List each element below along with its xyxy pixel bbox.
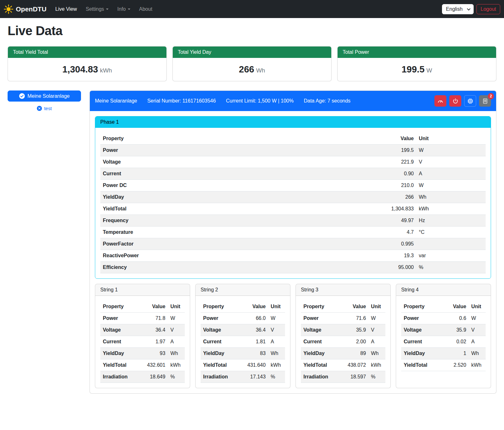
power-control-button[interactable] xyxy=(449,95,461,107)
table-row: Irradiation18.649% xyxy=(100,371,185,383)
logout-button[interactable]: Logout xyxy=(476,4,500,14)
property-cell: Efficiency xyxy=(100,262,358,273)
unit-cell: Wh xyxy=(416,191,486,203)
column-header-unit: Unit xyxy=(416,133,486,145)
limit-settings-button[interactable] xyxy=(434,95,446,107)
property-cell: Current xyxy=(201,336,243,348)
table-row: YieldTotal431.640kWh xyxy=(201,359,285,371)
string-table: Property Value Unit Power71.6WVoltage35.… xyxy=(301,301,385,383)
table-row: Current1.81A xyxy=(201,336,285,348)
navbar: OpenDTU Live View Settings Info About En… xyxy=(0,0,504,18)
unit-cell: kWh xyxy=(268,359,285,371)
property-cell: Voltage xyxy=(100,324,143,336)
table-row: YieldTotal432.601kWh xyxy=(100,359,185,371)
panel-actions: 2 xyxy=(434,95,491,107)
table-row: YieldDay93Wh xyxy=(100,348,185,359)
property-cell: Power xyxy=(100,313,143,324)
unit-cell: V xyxy=(369,324,385,336)
card-header: Total Yield Total xyxy=(8,47,166,58)
value-cell: 199.5 xyxy=(358,145,416,156)
card-body: 1,304.83kWh xyxy=(8,58,166,81)
value-cell: 35.9 xyxy=(444,324,469,336)
inverter-item-test[interactable]: test xyxy=(8,106,81,111)
table-row: YieldDay83Wh xyxy=(201,348,285,359)
string-card-2: String 2 Property Value Unit xyxy=(195,284,290,388)
value-cell: 49.97 xyxy=(358,215,416,227)
value-cell: 2.00 xyxy=(343,336,369,348)
nav-item-about[interactable]: About xyxy=(135,4,157,15)
unit-cell: Wh xyxy=(168,348,185,359)
value-cell: 1,304.833 xyxy=(358,203,416,215)
property-cell: Power xyxy=(401,313,444,324)
value-cell: 89 xyxy=(343,348,369,359)
value-cell: 71.8 xyxy=(143,313,168,324)
caret-down-icon xyxy=(106,9,109,10)
panel-body: Phase 1 Property Value Unit Power199.5WV… xyxy=(90,111,496,393)
x-circle-icon[interactable] xyxy=(37,106,42,111)
navbar-right: English Logout xyxy=(442,4,500,14)
column-header-unit: Unit xyxy=(369,301,385,313)
check-circle-icon xyxy=(19,93,25,99)
value-cell: 4.7 xyxy=(358,227,416,238)
value-cell: 438.072 xyxy=(343,359,369,371)
unit-cell: Wh xyxy=(469,348,486,359)
table-row: YieldTotal438.072kWh xyxy=(301,359,385,371)
inverter-test-label: test xyxy=(44,106,52,111)
value-cell: 36.4 xyxy=(143,324,168,336)
device-info-button[interactable] xyxy=(464,95,476,107)
table-row: YieldDay89Wh xyxy=(301,348,385,359)
value-cell: 93 xyxy=(143,348,168,359)
table-row: YieldTotal1,304.833kWh xyxy=(100,203,486,215)
phase-header: Phase 1 xyxy=(95,116,491,128)
string-card-header: String 3 xyxy=(296,284,390,296)
unit-cell: Wh xyxy=(369,348,385,359)
data-age: Data Age: 7 seconds xyxy=(304,98,351,104)
column-header-value: Value xyxy=(243,301,268,313)
table-row: Voltage35.9V xyxy=(301,324,385,336)
property-cell: Power xyxy=(301,313,343,324)
value-cell: 17.143 xyxy=(243,371,268,383)
card-value: 1,304.83 xyxy=(62,64,98,74)
column-header-property: Property xyxy=(401,301,444,313)
string-card-header: String 1 xyxy=(95,284,190,296)
column-header-value: Value xyxy=(143,301,168,313)
card-unit: Wh xyxy=(256,67,265,74)
value-cell: 1.81 xyxy=(243,336,268,348)
inverter-select-button[interactable]: Meine Solaranlage xyxy=(8,90,81,102)
string-card-4: String 4 Property Value Unit xyxy=(396,284,491,388)
nav-item-info[interactable]: Info xyxy=(113,4,135,15)
property-cell: Power xyxy=(100,145,358,156)
journal-icon xyxy=(482,98,488,104)
column-header-value: Value xyxy=(358,133,416,145)
table-row: YieldDay266Wh xyxy=(100,191,486,203)
card-body: 266Wh xyxy=(173,58,331,81)
value-cell: 266 xyxy=(358,191,416,203)
unit-cell: % xyxy=(168,371,185,383)
property-cell: YieldTotal xyxy=(100,359,143,371)
column-header-property: Property xyxy=(201,301,243,313)
table-row: YieldTotal2.520kWh xyxy=(401,359,486,371)
property-cell: Power xyxy=(201,313,243,324)
language-select[interactable]: English xyxy=(442,4,474,14)
table-row: Power199.5W xyxy=(100,145,486,156)
unit-cell: A xyxy=(469,336,486,348)
nav-item-live-view[interactable]: Live View xyxy=(51,4,81,15)
property-cell: Temperature xyxy=(100,227,358,238)
card-unit: W xyxy=(426,67,432,74)
table-row: Power0.6W xyxy=(401,313,486,324)
table-row: YieldDay1Wh xyxy=(401,348,486,359)
brand[interactable]: OpenDTU xyxy=(4,4,47,14)
serial-number: Serial Number: 116171603546 xyxy=(147,98,216,104)
value-cell: 0.6 xyxy=(444,313,469,324)
nav-item-label: Settings xyxy=(86,6,104,12)
property-cell: Irradiation xyxy=(201,371,243,383)
caret-down-icon xyxy=(128,9,130,10)
value-cell: 1.97 xyxy=(143,336,168,348)
unit-cell: W xyxy=(369,313,385,324)
cpu-icon xyxy=(467,98,473,104)
card-body: 199.5W xyxy=(338,58,496,81)
nav-item-settings[interactable]: Settings xyxy=(81,4,113,15)
page-content: Live Data Total Yield Total 1,304.83kWh … xyxy=(0,18,504,401)
phase-card: Phase 1 Property Value Unit Power199.5WV… xyxy=(95,116,491,279)
column-header-unit: Unit xyxy=(168,301,185,313)
